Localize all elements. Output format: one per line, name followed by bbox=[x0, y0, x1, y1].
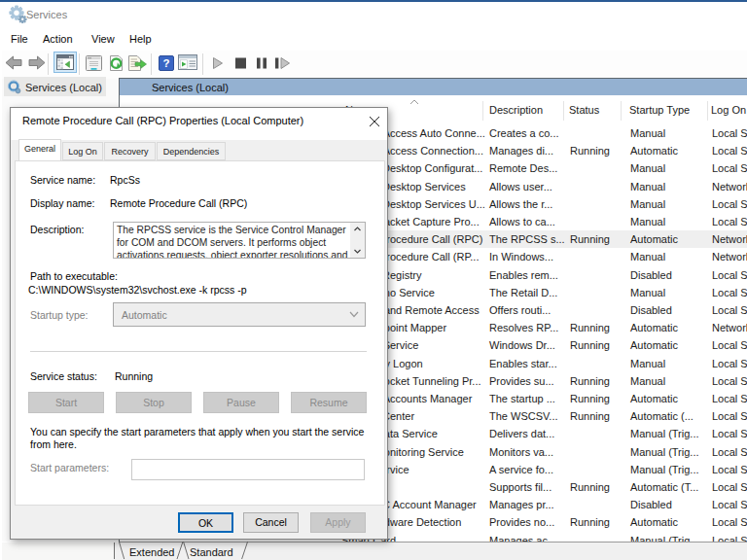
svg-text:?: ? bbox=[162, 57, 169, 69]
